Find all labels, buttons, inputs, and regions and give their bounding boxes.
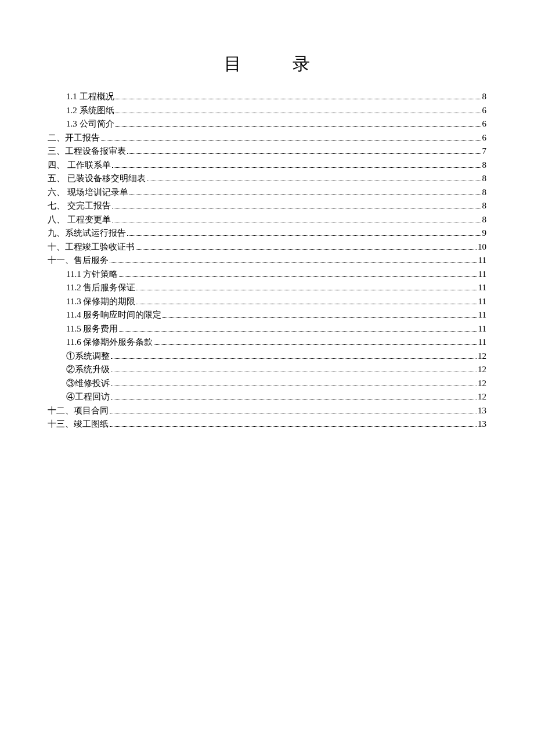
toc-leader-dots xyxy=(136,304,477,304)
toc-entry-label: 十、工程竣工验收证书 xyxy=(48,243,135,251)
toc-leader-dots xyxy=(110,426,477,427)
toc-entry-label: 三、工程设备报审表 xyxy=(48,147,126,156)
toc-page-number: 11 xyxy=(478,283,486,292)
toc-page-number: 6 xyxy=(482,120,487,128)
toc-row: 五、 已装设备移交明细表8 xyxy=(48,174,486,183)
toc-page-number: 13 xyxy=(478,420,486,429)
toc-leader-dots xyxy=(112,208,481,208)
toc-leader-dots xyxy=(116,113,481,113)
toc-row: 11.5 服务费用11 xyxy=(48,325,486,333)
toc-leader-dots xyxy=(116,99,481,99)
toc-leader-dots xyxy=(119,331,477,332)
toc-page-number: 11 xyxy=(478,338,486,347)
toc-row: 十二、项目合同13 xyxy=(48,406,486,415)
toc-page-number: 11 xyxy=(478,325,486,333)
toc-entry-label: 11.4 服务响应时间的限定 xyxy=(66,311,161,319)
toc-page-number: 6 xyxy=(482,106,487,115)
toc-row: 六、 现场培训记录单8 xyxy=(48,188,486,197)
toc-row: 1.3 公司简介6 xyxy=(48,120,486,128)
toc-entry-label: 八、 工程变更单 xyxy=(48,215,111,224)
toc-row: 三、工程设备报审表7 xyxy=(48,147,486,156)
toc-leader-dots xyxy=(101,140,481,141)
toc-page-number: 8 xyxy=(482,174,487,183)
toc-entry-label: 11.1 方针策略 xyxy=(66,270,118,279)
toc-page-number: 12 xyxy=(478,365,486,374)
document-page: 目 录 1.1 工程概况81.2 系统图纸61.3 公司简介6二、开工报告6三、… xyxy=(0,0,534,429)
toc-entry-label: 11.6 保修期外服务条款 xyxy=(66,338,153,347)
toc-leader-dots xyxy=(154,344,477,345)
toc-leader-dots xyxy=(163,317,477,318)
toc-entry-label: 四、 工作联系单 xyxy=(48,161,111,170)
toc-row: 八、 工程变更单8 xyxy=(48,215,486,224)
toc-row: ③维修投诉12 xyxy=(48,379,486,388)
toc-row: 1.2 系统图纸6 xyxy=(48,106,486,115)
toc-leader-dots xyxy=(111,399,477,399)
toc-page-number: 11 xyxy=(478,311,486,319)
toc-entry-label: ②系统升级 xyxy=(66,365,110,374)
toc-entry-label: 七、 交完工报告 xyxy=(48,201,111,210)
toc-page-number: 8 xyxy=(482,201,487,210)
toc-page-number: 11 xyxy=(478,297,486,306)
toc-page-number: 12 xyxy=(478,379,486,388)
toc-page-number: 9 xyxy=(482,229,487,237)
toc-page-number: 10 xyxy=(478,243,486,251)
toc-leader-dots xyxy=(127,153,481,154)
toc-page-number: 8 xyxy=(482,161,487,170)
toc-row: 十一、售后服务11 xyxy=(48,256,486,265)
toc-page-number: 11 xyxy=(478,270,486,279)
toc-leader-dots xyxy=(119,276,477,277)
toc-leader-dots xyxy=(110,262,477,263)
toc-page-number: 6 xyxy=(482,134,487,142)
toc-entry-label: 11.2 售后服务保证 xyxy=(66,283,135,292)
toc-leader-dots xyxy=(112,222,481,222)
toc-row: 11.2 售后服务保证11 xyxy=(48,283,486,292)
title-char-1: 目 xyxy=(224,52,241,76)
toc-row: 11.3 保修期的期限11 xyxy=(48,297,486,306)
toc-entry-label: 1.2 系统图纸 xyxy=(66,106,114,115)
toc-entry-label: 11.3 保修期的期限 xyxy=(66,297,135,306)
toc-list: 1.1 工程概况81.2 系统图纸61.3 公司简介6二、开工报告6三、工程设备… xyxy=(48,92,486,429)
toc-row: 九、系统试运行报告9 xyxy=(48,229,486,237)
toc-leader-dots xyxy=(127,235,481,236)
toc-row: 11.6 保修期外服务条款11 xyxy=(48,338,486,347)
toc-leader-dots xyxy=(116,126,481,127)
toc-entry-label: ④工程回访 xyxy=(66,393,110,401)
toc-entry-label: 九、系统试运行报告 xyxy=(48,229,126,237)
toc-row: ④工程回访12 xyxy=(48,393,486,401)
toc-row: 1.1 工程概况8 xyxy=(48,92,486,101)
toc-row: ①系统调整12 xyxy=(48,352,486,361)
toc-row: 二、开工报告6 xyxy=(48,134,486,142)
toc-entry-label: 六、 现场培训记录单 xyxy=(48,188,128,197)
toc-entry-label: 十三、竣工图纸 xyxy=(48,420,109,429)
toc-page-number: 12 xyxy=(478,352,486,361)
toc-entry-label: 十二、项目合同 xyxy=(48,406,109,415)
toc-row: 11.1 方针策略11 xyxy=(48,270,486,279)
toc-row: 十三、竣工图纸13 xyxy=(48,420,486,429)
toc-entry-label: 十一、售后服务 xyxy=(48,256,109,265)
toc-page-number: 12 xyxy=(478,393,486,401)
toc-leader-dots xyxy=(111,358,477,359)
toc-page-number: 8 xyxy=(482,92,487,101)
toc-entry-label: 1.3 公司简介 xyxy=(66,120,114,128)
toc-entry-label: ①系统调整 xyxy=(66,352,110,361)
toc-leader-dots xyxy=(147,181,481,181)
toc-leader-dots xyxy=(111,372,477,372)
toc-leader-dots xyxy=(111,386,477,386)
toc-leader-dots xyxy=(112,167,481,168)
toc-page-number: 7 xyxy=(482,147,487,156)
toc-leader-dots xyxy=(129,195,481,195)
toc-entry-label: 1.1 工程概况 xyxy=(66,92,114,101)
toc-entry-label: 二、开工报告 xyxy=(48,134,100,142)
toc-title: 目 录 xyxy=(48,52,486,76)
toc-page-number: 11 xyxy=(478,256,486,265)
toc-row: ②系统升级12 xyxy=(48,365,486,374)
toc-entry-label: 11.5 服务费用 xyxy=(66,325,118,333)
toc-row: 十、工程竣工验收证书10 xyxy=(48,243,486,251)
toc-row: 11.4 服务响应时间的限定11 xyxy=(48,311,486,319)
toc-leader-dots xyxy=(136,249,477,250)
title-char-2: 录 xyxy=(293,52,310,76)
toc-leader-dots xyxy=(110,413,477,413)
toc-page-number: 8 xyxy=(482,188,487,197)
toc-entry-label: ③维修投诉 xyxy=(66,379,110,388)
toc-leader-dots xyxy=(136,290,477,290)
